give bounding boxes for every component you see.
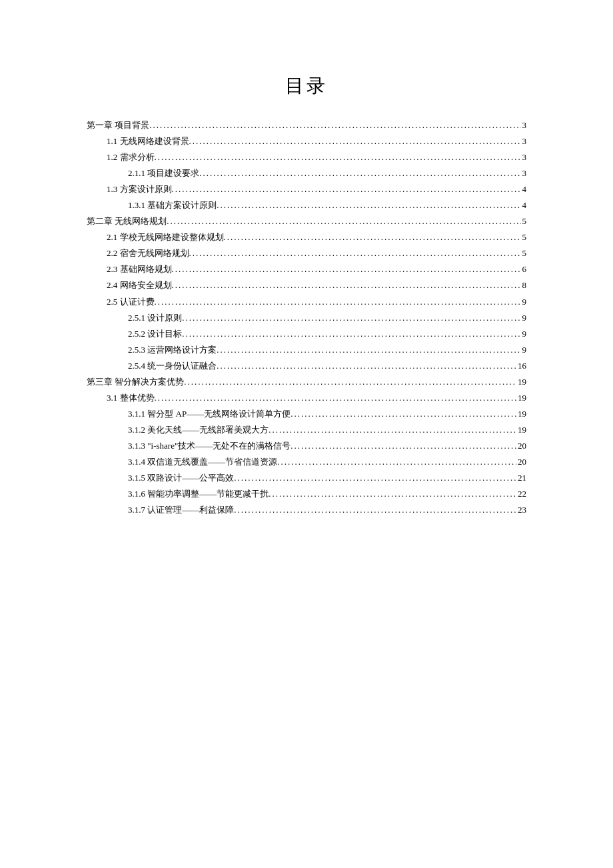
toc-dots <box>234 470 516 486</box>
toc-entry-label: 3.1.2 美化天线——无线部署美观大方 <box>128 422 269 438</box>
toc-entry-label: 2.3 基础网络规划 <box>107 261 172 277</box>
toc-dots <box>155 390 517 406</box>
toc-entry-page: 23 <box>516 502 526 518</box>
toc-dots <box>149 117 520 133</box>
toc-entry-page: 19 <box>516 422 526 438</box>
toc-dots <box>184 374 516 390</box>
toc-entry-page: 4 <box>521 197 527 213</box>
toc-entry: 2.4 网络安全规划8 <box>87 277 526 293</box>
toc-entry-label: 3.1.4 双信道无线覆盖——节省信道资源 <box>128 454 277 470</box>
toc-entry-page: 5 <box>521 245 527 261</box>
toc-dots <box>167 213 520 229</box>
toc-entry: 2.5.2 设计目标9 <box>87 326 526 342</box>
toc-entry: 3.1.5 双路设计——公平高效21 <box>87 470 526 486</box>
toc-entry: 第二章 无线网络规划5 <box>87 213 526 229</box>
toc-entry-page: 9 <box>521 326 527 342</box>
toc-entry-label: 3.1.3 "i-share"技术——无处不在的满格信号 <box>128 438 291 454</box>
toc-entry: 第三章 智分解决方案优势19 <box>87 374 526 390</box>
toc-entry-page: 9 <box>521 342 527 358</box>
toc-entry: 2.2 宿舍无线网络规划5 <box>87 245 526 261</box>
toc-container: 第一章 项目背景31.1 无线网络建设背景31.2 需求分析32.1.1 项目建… <box>87 117 526 518</box>
toc-dots <box>172 181 521 197</box>
toc-entry: 2.5.3 运营网络设计方案9 <box>87 342 526 358</box>
toc-entry-label: 3.1 整体优势 <box>107 390 155 406</box>
toc-entry-page: 9 <box>521 294 527 310</box>
toc-entry: 2.1 学校无线网络建设整体规划5 <box>87 229 526 245</box>
toc-dots <box>155 294 521 310</box>
toc-entry-label: 3.1.5 双路设计——公平高效 <box>128 470 234 486</box>
toc-entry-label: 1.3 方案设计原则 <box>107 181 172 197</box>
toc-entry-page: 6 <box>521 261 527 277</box>
toc-entry-label: 2.5.3 运营网络设计方案 <box>128 342 217 358</box>
toc-dots <box>199 165 520 181</box>
toc-entry-label: 2.2 宿舍无线网络规划 <box>107 245 189 261</box>
toc-entry: 1.1 无线网络建设背景3 <box>87 133 526 149</box>
toc-entry: 3.1.7 认证管理——利益保障23 <box>87 502 526 518</box>
toc-entry-label: 2.1.1 项目建设要求 <box>128 165 199 181</box>
toc-entry: 3.1.2 美化天线——无线部署美观大方19 <box>87 422 526 438</box>
toc-entry-label: 3.1.7 认证管理——利益保障 <box>128 502 234 518</box>
toc-entry-page: 3 <box>521 117 527 133</box>
toc-entry-page: 3 <box>521 165 527 181</box>
toc-dots <box>172 261 521 277</box>
toc-entry-label: 1.3.1 基础方案设计原则 <box>128 197 217 213</box>
toc-dots <box>172 277 521 293</box>
toc-entry: 1.3.1 基础方案设计原则4 <box>87 197 526 213</box>
toc-entry-page: 22 <box>516 486 526 502</box>
toc-entry-label: 2.5.1 设计原则 <box>128 310 182 326</box>
toc-entry: 2.1.1 项目建设要求3 <box>87 165 526 181</box>
toc-dots <box>291 406 516 422</box>
toc-entry: 3.1.4 双信道无线覆盖——节省信道资源20 <box>87 454 526 470</box>
toc-entry-label: 2.5 认证计费 <box>107 294 155 310</box>
toc-entry-label: 1.1 无线网络建设背景 <box>107 133 189 149</box>
toc-entry: 3.1.6 智能功率调整——节能更减干扰22 <box>87 486 526 502</box>
toc-entry-label: 2.5.2 设计目标 <box>128 326 182 342</box>
toc-entry-label: 第一章 项目背景 <box>87 117 149 133</box>
toc-entry-page: 21 <box>516 470 526 486</box>
toc-entry-label: 第三章 智分解决方案优势 <box>87 374 184 390</box>
toc-entry: 2.5.1 设计原则9 <box>87 310 526 326</box>
toc-entry-page: 9 <box>521 310 527 326</box>
toc-entry-page: 5 <box>521 213 527 229</box>
toc-entry-page: 20 <box>516 454 526 470</box>
toc-entry: 2.3 基础网络规划6 <box>87 261 526 277</box>
toc-dots <box>155 149 521 165</box>
toc-dots <box>189 245 521 261</box>
toc-entry-page: 19 <box>516 406 526 422</box>
toc-dots <box>182 326 520 342</box>
toc-entry-label: 2.5.4 统一身份认证融合 <box>128 358 217 374</box>
toc-entry-label: 2.1 学校无线网络建设整体规划 <box>107 229 224 245</box>
toc-dots <box>234 502 516 518</box>
toc-dots <box>217 358 516 374</box>
toc-title: 目录 <box>87 73 526 99</box>
toc-dots <box>224 229 521 245</box>
toc-dots <box>182 310 520 326</box>
toc-entry-page: 5 <box>521 229 527 245</box>
toc-dots <box>277 454 516 470</box>
toc-entry-page: 19 <box>516 390 526 406</box>
toc-entry-label: 3.1.1 智分型 AP——无线网络设计简单方便 <box>128 406 291 422</box>
toc-dots <box>291 438 516 454</box>
toc-entry: 3.1 整体优势19 <box>87 390 526 406</box>
toc-entry-page: 8 <box>521 277 527 293</box>
toc-entry-page: 3 <box>521 149 527 165</box>
toc-entry: 1.2 需求分析3 <box>87 149 526 165</box>
toc-dots <box>269 486 516 502</box>
toc-entry-label: 2.4 网络安全规划 <box>107 277 172 293</box>
toc-entry-label: 第二章 无线网络规划 <box>87 213 167 229</box>
toc-dots <box>269 422 516 438</box>
toc-entry: 3.1.3 "i-share"技术——无处不在的满格信号20 <box>87 438 526 454</box>
toc-entry-page: 16 <box>516 358 526 374</box>
toc-dots <box>189 133 521 149</box>
toc-entry-label: 1.2 需求分析 <box>107 149 155 165</box>
toc-entry: 第一章 项目背景3 <box>87 117 526 133</box>
toc-dots <box>217 197 520 213</box>
toc-entry-page: 19 <box>516 374 526 390</box>
toc-entry: 1.3 方案设计原则4 <box>87 181 526 197</box>
toc-entry-label: 3.1.6 智能功率调整——节能更减干扰 <box>128 486 269 502</box>
toc-entry-page: 4 <box>521 181 527 197</box>
toc-entry: 3.1.1 智分型 AP——无线网络设计简单方便19 <box>87 406 526 422</box>
toc-entry: 2.5 认证计费9 <box>87 294 526 310</box>
toc-entry-page: 20 <box>516 438 526 454</box>
toc-entry: 2.5.4 统一身份认证融合16 <box>87 358 526 374</box>
